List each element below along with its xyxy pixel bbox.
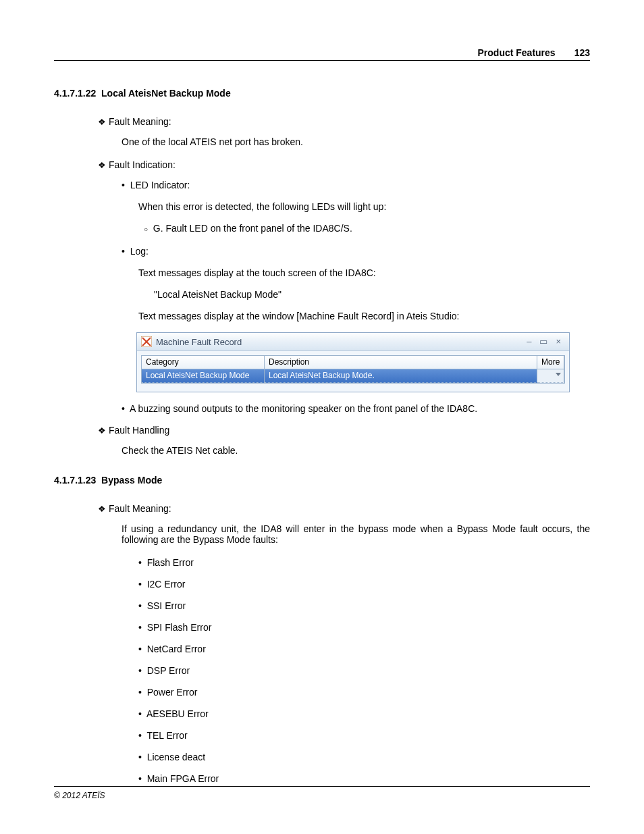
led-body-1: When this error is detected, the followi… xyxy=(138,201,590,212)
list-item: • NetCard Error xyxy=(138,644,590,654)
led-indicator-label: • LED Indicator: xyxy=(122,180,590,190)
diamond-icon: ❖ xyxy=(98,117,106,127)
fault-meaning-label-23: ❖Fault Meaning: xyxy=(98,503,590,514)
list-item: • SSI Error xyxy=(138,600,590,611)
list-item: • TEL Error xyxy=(138,730,590,741)
grid-row-selected[interactable]: Local AteisNet Backup Mode Local AteisNe… xyxy=(142,369,564,383)
cell-description: Local AteisNet Backup Mode. xyxy=(265,369,537,383)
window-body: Category Description More Local AteisNet… xyxy=(137,351,569,392)
fault-grid: Category Description More Local AteisNet… xyxy=(141,355,565,384)
col-header-description[interactable]: Description xyxy=(265,356,537,369)
app-icon xyxy=(141,336,152,347)
list-item: • I2C Error xyxy=(138,579,590,590)
section-heading-23: 4.1.7.1.23 Bypass Mode xyxy=(54,475,590,486)
fault-meaning-label: ❖Fault Meaning: xyxy=(98,116,590,127)
machine-fault-record-window: Machine Fault Record – ▭ × Category Desc… xyxy=(136,332,570,392)
fault-meaning-body: One of the local ATEIS net port has brok… xyxy=(122,136,590,147)
log-message: "Local AteisNet Backup Mode" xyxy=(154,289,590,300)
bypass-fault-list: • Flash Error • I2C Error • SSI Error • … xyxy=(54,557,590,784)
fault-handling-label: ❖Fault Handling xyxy=(98,425,590,436)
list-item: • DSP Error xyxy=(138,665,590,676)
header-page-number: 123 xyxy=(574,47,590,58)
log-body-2: Text messages display at the window [Mac… xyxy=(138,311,590,321)
diamond-icon: ❖ xyxy=(98,425,106,436)
list-item: • License deact xyxy=(138,752,590,762)
maximize-button[interactable]: ▭ xyxy=(535,337,552,346)
minimize-button[interactable]: – xyxy=(522,337,535,346)
section-heading-22: 4.1.7.1.22 Local AteisNet Backup Mode xyxy=(54,88,590,99)
document-page: Product Features 123 4.1.7.1.22 Local At… xyxy=(0,0,644,834)
cell-category: Local AteisNet Backup Mode xyxy=(142,369,265,383)
log-body-1: Text messages display at the touch scree… xyxy=(138,267,590,278)
fault-meaning-body-23: If using a redundancy unit, the IDA8 wil… xyxy=(122,523,590,545)
page-footer: © 2012 ATEÏS xyxy=(54,786,590,800)
grid-header-row: Category Description More xyxy=(142,356,564,369)
col-header-more[interactable]: More xyxy=(537,356,564,369)
close-button[interactable]: × xyxy=(552,337,565,346)
list-item: • Main FPGA Error xyxy=(138,773,590,784)
copyright: © 2012 ATEÏS xyxy=(54,791,105,800)
list-item: • Power Error xyxy=(138,687,590,698)
fault-handling-body: Check the ATEIS Net cable. xyxy=(122,445,590,456)
page-header: Product Features 123 xyxy=(54,47,590,61)
fault-indication-label: ❖Fault Indication: xyxy=(98,159,590,170)
led-body-2: ○ G. Fault LED on the front panel of the… xyxy=(144,223,590,234)
chevron-down-icon xyxy=(556,373,561,376)
diamond-icon: ❖ xyxy=(98,504,106,514)
cell-more[interactable] xyxy=(537,369,564,383)
list-item: • AESEBU Error xyxy=(138,708,590,719)
col-header-category[interactable]: Category xyxy=(142,356,265,369)
list-item: • SPI Flash Error xyxy=(138,622,590,633)
buzzing-note: • A buzzing sound outputs to the monitor… xyxy=(122,403,590,414)
window-title: Machine Fault Record xyxy=(156,337,522,347)
log-label: • Log: xyxy=(122,246,590,257)
window-titlebar[interactable]: Machine Fault Record – ▭ × xyxy=(137,333,569,351)
list-item: • Flash Error xyxy=(138,557,590,568)
diamond-icon: ❖ xyxy=(98,160,106,170)
header-title: Product Features xyxy=(478,47,556,58)
